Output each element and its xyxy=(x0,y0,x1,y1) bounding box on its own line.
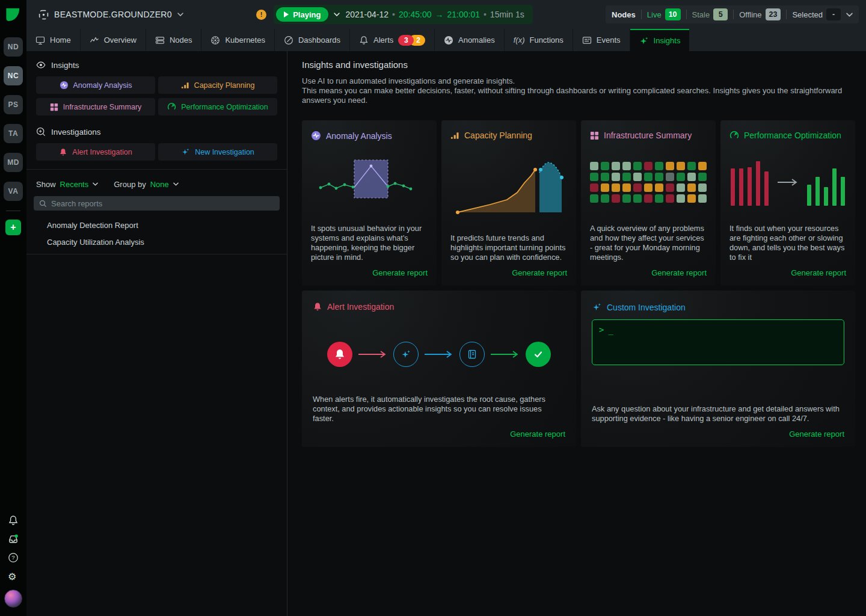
capacity-planning-card: Capacity Planning It predicts future tre… xyxy=(441,120,576,286)
groupby-label: Group by xyxy=(114,180,146,189)
tab-kubernetes[interactable]: Kubernetes xyxy=(201,29,275,51)
tab-label: Kubernetes xyxy=(225,35,265,45)
tab-events[interactable]: Events xyxy=(573,29,630,51)
overview-icon xyxy=(90,35,99,45)
anomaly-analysis-button[interactable]: Anomaly Analysis xyxy=(36,76,155,94)
report-item[interactable]: Anomaly Detection Report xyxy=(26,217,287,233)
user-avatar[interactable] xyxy=(4,590,22,608)
card-description: It predicts future trends and highlights… xyxy=(450,233,567,262)
alert-investigation-button[interactable]: Alert Investigation xyxy=(36,143,155,161)
tab-alerts[interactable]: Alerts 3 2 xyxy=(350,29,435,51)
show-value: Recents xyxy=(60,180,89,189)
tab-nodes[interactable]: Nodes xyxy=(146,29,202,51)
tab-overview[interactable]: Overview xyxy=(81,29,146,51)
tab-dashboards[interactable]: Dashboards xyxy=(275,29,350,51)
generate-report-link[interactable]: Generate report xyxy=(789,430,844,439)
custom-query-input[interactable]: >_ xyxy=(592,319,844,365)
nodes-stale-filter[interactable]: Stale 5 xyxy=(692,8,728,20)
add-space-button[interactable]: + xyxy=(5,220,21,235)
search-reports-box xyxy=(34,196,280,211)
space-picker[interactable]: BEASTMODE.GROUNDZER0 xyxy=(38,10,183,20)
space-item-md[interactable]: MD xyxy=(4,153,23,172)
time-chevron-down-icon[interactable] xyxy=(334,13,340,16)
capacity-planning-icon xyxy=(450,131,459,140)
search-icon xyxy=(39,200,47,208)
alert-investigation-card: Alert Investigation xyxy=(302,291,576,447)
performance-optimization-card: Performance Optimization It finds out wh… xyxy=(720,120,855,286)
infrastructure-summary-card: Infrastructure Summary A quick overview … xyxy=(581,120,716,286)
infrastructure-summary-icon xyxy=(50,103,58,111)
section-title: Investigations xyxy=(51,128,101,137)
card-title: Infrastructure Summary xyxy=(604,131,692,140)
tab-label: Overview xyxy=(104,35,137,45)
infrastructure-grid-graphic xyxy=(590,140,707,224)
tab-label: Insights xyxy=(654,36,681,45)
report-item[interactable]: Capacity Utilization Analysis xyxy=(26,233,287,250)
alert-flow-graphic xyxy=(313,312,565,395)
button-label: Capacity Planning xyxy=(194,81,255,90)
new-investigation-button[interactable]: New Investigation xyxy=(158,143,277,161)
space-item-nc[interactable]: NC xyxy=(4,66,23,85)
perf-bars-after xyxy=(807,159,845,206)
button-label: New Investigation xyxy=(195,148,254,156)
critical-alerts-badge: 3 xyxy=(398,35,414,46)
separator-dot: • xyxy=(392,10,395,19)
nodes-selected-filter[interactable]: Selected - xyxy=(792,8,841,20)
generate-report-link[interactable]: Generate report xyxy=(372,268,428,277)
tab-anomalies[interactable]: Anomalies xyxy=(435,29,505,51)
flow-arrow-blue-icon xyxy=(424,350,454,359)
generate-report-link[interactable]: Generate report xyxy=(651,268,707,277)
top-bar: BEASTMODE.GROUNDZER0 ! Playing 2021-04-1… xyxy=(26,0,866,29)
tab-functions[interactable]: f(x) Functions xyxy=(505,29,573,51)
time-range[interactable]: 2021-04-12 • 20:45:00 → 21:00:01 • 15min… xyxy=(345,10,524,19)
space-item-nd[interactable]: ND xyxy=(4,37,23,57)
performance-optimization-icon xyxy=(167,102,176,111)
space-item-ta[interactable]: TA xyxy=(4,124,23,143)
button-label: Performance Optimization xyxy=(181,103,268,111)
groupby-select[interactable]: None xyxy=(150,180,179,189)
search-reports-input[interactable] xyxy=(51,199,274,208)
notifications-bell-icon[interactable] xyxy=(8,515,19,526)
events-icon xyxy=(582,35,592,45)
nodes-chevron-down-icon[interactable] xyxy=(846,13,853,17)
generate-report-link[interactable]: Generate report xyxy=(791,268,846,277)
show-select[interactable]: Recents xyxy=(60,180,99,189)
nodes-status-bar: Nodes Live 10 Stale 5 Offline 23 Selecte… xyxy=(606,5,859,23)
nodes-offline-filter[interactable]: Offline 23 xyxy=(739,8,781,20)
svg-text:?: ? xyxy=(11,554,14,561)
report-list: Anomaly Detection Report Capacity Utiliz… xyxy=(26,217,287,254)
settings-gear-icon[interactable]: ⚙ xyxy=(8,571,19,582)
tab-label: Anomalies xyxy=(458,35,495,45)
nodes-live-filter[interactable]: Live 10 xyxy=(647,8,681,20)
selected-value-badge: - xyxy=(826,8,841,20)
tab-label: Functions xyxy=(529,35,563,45)
space-item-va[interactable]: VA xyxy=(4,182,23,201)
space-item-ps[interactable]: PS xyxy=(4,95,23,114)
main-nav-tabs: Home Overview Nodes Kubernetes Dashboard… xyxy=(26,29,866,51)
anomaly-analysis-icon xyxy=(60,81,69,90)
functions-fx-icon: f(x) xyxy=(514,35,525,45)
capacity-planning-button[interactable]: Capacity Planning xyxy=(158,76,277,94)
play-button[interactable]: Playing xyxy=(276,7,328,22)
generate-report-link[interactable]: Generate report xyxy=(510,430,565,439)
nodes-icon xyxy=(155,35,165,45)
performance-optimization-button[interactable]: Performance Optimization xyxy=(158,98,277,116)
generate-report-link[interactable]: Generate report xyxy=(512,268,567,277)
infrastructure-summary-button[interactable]: Infrastructure Summary xyxy=(36,98,155,116)
warning-icon[interactable]: ! xyxy=(256,10,266,20)
offline-count-badge: 23 xyxy=(766,8,781,20)
netdata-logo-icon[interactable] xyxy=(0,0,26,29)
infra-grid xyxy=(590,162,707,203)
filter-row: Show Recents Group by None xyxy=(26,177,287,191)
tab-label: Dashboards xyxy=(298,35,340,45)
tab-insights[interactable]: Insights xyxy=(630,29,690,51)
card-title: Anomaly Analysis xyxy=(326,131,392,141)
tab-home[interactable]: Home xyxy=(26,29,81,51)
card-description: A quick overview of any problems and how… xyxy=(590,224,707,262)
help-icon[interactable]: ? xyxy=(8,552,19,563)
subtitle-line: This means you can make better decisions… xyxy=(302,86,855,105)
page-title: Insights and investigations xyxy=(302,60,855,70)
inbox-icon[interactable] xyxy=(8,534,19,544)
flow-sparkle-icon xyxy=(393,342,419,367)
date-value: 2021-04-12 xyxy=(345,10,388,19)
